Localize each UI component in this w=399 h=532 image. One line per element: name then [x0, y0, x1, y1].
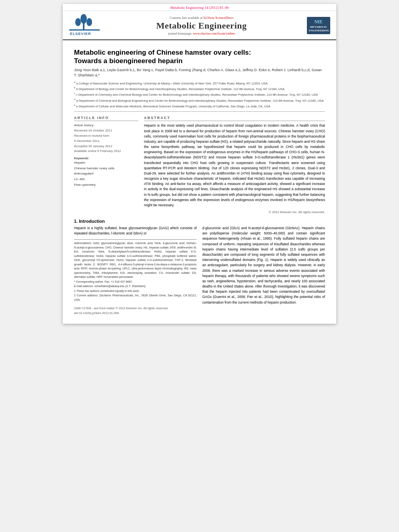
- intro-body: Heparin is a highly sulfated, linear gly…: [74, 226, 325, 316]
- abstract-col: ABSTRACT Heparin is the most widely used…: [144, 116, 325, 214]
- journal-url-prefix: journal homepage:: [168, 32, 193, 35]
- intro-section-label: Introduction: [79, 219, 105, 224]
- footnote2: 2 Current address: Zacharon Pharmaceutic…: [74, 294, 197, 302]
- svg-rect-0: [69, 29, 100, 31]
- keywords-section: Keywords: Heparin Chinese hamster ovary …: [74, 156, 138, 187]
- issn-text: 1096-7176/$ - see front matter © 2012 El…: [74, 306, 168, 310]
- abstract-paragraph: Heparin is the most widely used pharmace…: [144, 123, 325, 208]
- article-info-block: Article history: Received 18 October 201…: [74, 123, 138, 154]
- doi-text: doi:10.1016/j.ymben.2012.01.008: [74, 311, 119, 315]
- journal-ref-text: Metabolic Engineering 14 (2012) 81–90: [171, 6, 229, 10]
- affiliation-d: d d Department of Chemical and Biologica…: [74, 98, 325, 103]
- received-date: Received 18 October 2011: [74, 129, 112, 132]
- sciverse-prefix: Contents lists available at: [170, 16, 204, 20]
- article-title-line2: Towards a bioengineered heparin: [74, 57, 183, 65]
- keyword-5: Flow cytometry: [74, 183, 96, 187]
- journal-logo-text1: METABOLIC: [310, 25, 327, 29]
- corresponding-line: * Corresponding author. Fax: +1 518 437 …: [74, 280, 197, 284]
- accepted-date: Accepted 30 January 2012: [74, 144, 112, 148]
- journal-logo-box: ME METABOLIC ENGINEERING: [306, 17, 331, 34]
- received-revised-label: Received in revised form: [74, 134, 109, 138]
- revised-date: 9 December 2011: [74, 139, 100, 143]
- main-content: Metabolic engineering of Chinese hamster…: [63, 40, 336, 324]
- affiliation-e: e e Department of Cellular and Molecular…: [74, 103, 325, 109]
- page: Metabolic Engineering 14 (2012) 81–90 EL…: [63, 4, 336, 324]
- article-title-line1: Metabolic engineering of Chinese hamster…: [74, 49, 251, 56]
- authors-line: Jong Youn Baik a,1, Leyla Gasimli b,1, B…: [74, 68, 325, 78]
- journal-logo-me: ME: [309, 18, 328, 25]
- keyword-3: Anticoagulant: [74, 172, 93, 175]
- affiliation-a: a a College of Nanoscale Science and Eng…: [74, 80, 325, 86]
- affiliations: a a College of Nanoscale Science and Eng…: [74, 80, 325, 109]
- intro-section-title: 1. Introduction: [74, 219, 325, 224]
- article-title: Metabolic engineering of Chinese hamster…: [74, 48, 325, 66]
- abstract-text: Heparin is the most widely used pharmace…: [144, 123, 325, 208]
- issn-line: 1096-7176/$ - see front matter © 2012 El…: [74, 306, 197, 315]
- intro-right-col: d-glucuronic acid (GlcA) and N-acetyl-d-…: [202, 226, 325, 316]
- journal-header-center: Contents lists available at SciVerse Sci…: [100, 16, 303, 35]
- keyword-2: Chinese hamster ovary cells: [74, 166, 114, 170]
- info-abstract-section: ARTICLE INFO Article history: Received 1…: [74, 116, 325, 214]
- svg-text:ELSEVIER: ELSEVIER: [70, 32, 91, 36]
- affiliation-c: c c Department of Chemistry and Chemical…: [74, 92, 325, 97]
- article-info-col: ARTICLE INFO Article history: Received 1…: [74, 116, 138, 214]
- journal-reference-bar: Metabolic Engineering 14 (2012) 81–90: [63, 4, 336, 11]
- authors-text: Jong Youn Baik a,1, Leyla Gasimli b,1, B…: [74, 68, 322, 78]
- journal-header: ELSEVIER Contents lists available at Sci…: [63, 11, 336, 40]
- email-value: ssharfstein@albany.edu (S.T. Sharfstein)…: [95, 285, 146, 288]
- intro-right-para: d-glucuronic acid (GlcA) and N-acetyl-d-…: [202, 226, 325, 305]
- sciverse-line: Contents lists available at SciVerse Sci…: [100, 16, 303, 20]
- introduction-section: 1. Introduction Heparin is a highly sulf…: [74, 219, 325, 316]
- journal-logo-image: ME METABOLIC ENGINEERING: [307, 17, 330, 34]
- abbrev-text: GAG, glycosaminoglycan; IdoA, l-iduronic…: [74, 242, 197, 278]
- sciverse-link[interactable]: SciVerse ScienceDirect: [204, 16, 234, 20]
- keyword-1: Heparin: [74, 161, 85, 164]
- journal-logo-text2: ENGINEERING: [309, 29, 329, 32]
- footnote-box: Abbreviations: GAG, glycosaminoglycan; I…: [74, 239, 197, 302]
- journal-url: journal homepage: www.elsevier.com/locat…: [100, 32, 303, 35]
- intro-left-para: Heparin is a highly sulfated, linear gly…: [74, 226, 197, 236]
- intro-section-number: 1.: [74, 219, 78, 224]
- copyright-line: © 2012 Elsevier Inc. All rights reserved…: [144, 210, 325, 214]
- keywords-label: Keywords:: [74, 156, 138, 160]
- affiliation-b: b b Department of Biology and Center for…: [74, 86, 325, 91]
- email-label: E-mail address:: [74, 285, 94, 288]
- abbrev-label: Abbreviations:: [74, 242, 92, 244]
- keywords-list: Heparin Chinese hamster ovary cells Anti…: [74, 160, 138, 187]
- abbrev-line: Abbreviations: GAG, glycosaminoglycan; I…: [74, 241, 197, 279]
- journal-title: Metabolic Engineering: [100, 21, 303, 31]
- abstract-header: ABSTRACT: [144, 116, 325, 121]
- elsevier-logo: ELSEVIER: [68, 14, 97, 37]
- footnote1: 1 These two authors contributed equally …: [74, 289, 197, 294]
- svg-point-4: [86, 18, 92, 26]
- svg-point-2: [80, 14, 87, 24]
- article-info-header: ARTICLE INFO: [74, 116, 138, 121]
- available-date: Available online 6 February 2012: [74, 149, 121, 153]
- intro-left-col: Heparin is a highly sulfated, linear gly…: [74, 226, 197, 316]
- journal-url-link[interactable]: www.elsevier.com/locate/ymben: [193, 32, 235, 35]
- history-label: Article history:: [74, 123, 138, 128]
- article-title-section: Metabolic engineering of Chinese hamster…: [74, 44, 325, 112]
- email-line: E-mail address: ssharfstein@albany.edu (…: [74, 284, 197, 289]
- keyword-4: LC–MS: [74, 177, 85, 181]
- svg-point-3: [75, 18, 81, 26]
